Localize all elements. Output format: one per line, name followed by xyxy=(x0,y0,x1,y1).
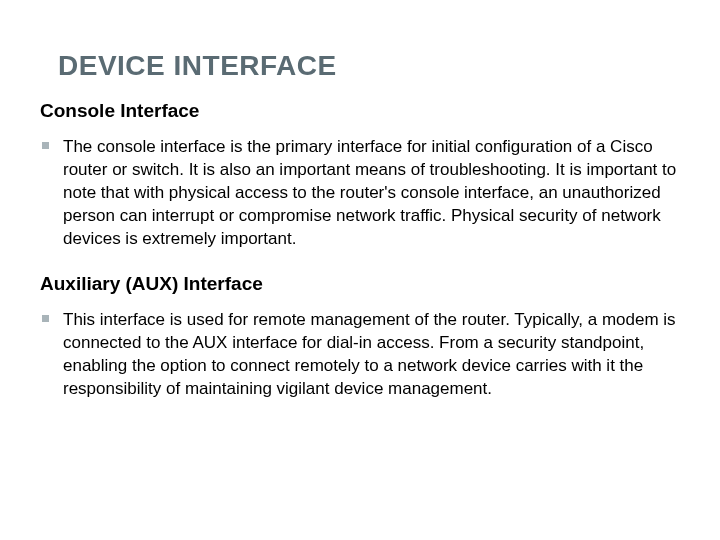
list-item: The console interface is the primary int… xyxy=(40,136,680,251)
section-heading-console: Console Interface xyxy=(40,100,680,122)
square-bullet-icon xyxy=(42,315,49,322)
section-heading-aux: Auxiliary (AUX) Interface xyxy=(40,273,680,295)
page-title: DEVICE INTERFACE xyxy=(58,50,680,82)
bullet-text: The console interface is the primary int… xyxy=(63,136,680,251)
bullet-text: This interface is used for remote manage… xyxy=(63,309,680,401)
slide: DEVICE INTERFACE Console Interface The c… xyxy=(0,0,720,462)
square-bullet-icon xyxy=(42,142,49,149)
list-item: This interface is used for remote manage… xyxy=(40,309,680,401)
